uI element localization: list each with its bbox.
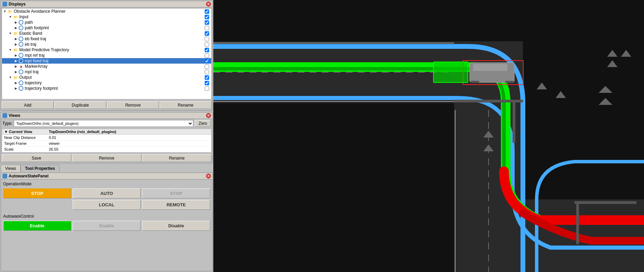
views-rename-button[interactable]: Rename bbox=[142, 154, 212, 162]
views-content: ▼ Current View TopDownOrtho (rviz_defaul… bbox=[2, 129, 212, 153]
tab-views[interactable]: Views bbox=[1, 165, 21, 172]
tree-item-mpt-ref-traj[interactable]: ▶ mpt ref traj bbox=[2, 53, 211, 58]
views-icon bbox=[2, 113, 7, 118]
arrow-trajectory: ▶ bbox=[14, 81, 18, 85]
tree-item-elastic-band[interactable]: ▼ 📁 Elastic Band bbox=[2, 31, 211, 36]
folder-icon-input: 📁 bbox=[13, 14, 18, 19]
local-button[interactable]: LOCAL bbox=[73, 200, 141, 210]
checkbox-mpt-fixed-traj[interactable] bbox=[205, 59, 209, 63]
svg-rect-3 bbox=[454, 199, 644, 272]
label-trajectory-footprint: trajectory footprint bbox=[24, 86, 205, 91]
current-view-label: ▼ Current View bbox=[4, 130, 49, 134]
globe-icon-path-footprint bbox=[19, 25, 23, 30]
views-title-bar: Views ✕ bbox=[1, 112, 212, 119]
arrow-trajectory-footprint: ▶ bbox=[14, 86, 18, 90]
views-section: Views ✕ Type: TopDownOrtho (rviz_default… bbox=[1, 112, 213, 163]
checkbox-elastic-band[interactable] bbox=[205, 31, 209, 36]
views-row-near-clip: Near Clip Distance 0.01 bbox=[2, 135, 211, 141]
arrow-mpt-traj: ▶ bbox=[14, 70, 18, 74]
label-mpt-fixed-traj: mpt fixed traj bbox=[24, 58, 205, 63]
displays-title: Displays bbox=[9, 2, 25, 7]
views-close-button[interactable]: ✕ bbox=[206, 113, 211, 118]
tree-item-path-footprint[interactable]: ▶ path footprint bbox=[2, 25, 211, 31]
tree-item-obstacle-avoidance-planner[interactable]: ▼ 📁 Obstacle Avoidance Planner bbox=[2, 9, 211, 14]
autoware-close-button[interactable]: ✕ bbox=[206, 174, 211, 178]
views-btn-bar: Save Remove Rename bbox=[1, 153, 212, 163]
autoware-icon bbox=[2, 174, 7, 178]
add-button[interactable]: Add bbox=[2, 101, 54, 109]
checkbox-eb-traj[interactable] bbox=[205, 42, 209, 47]
svg-rect-22 bbox=[575, 201, 636, 204]
enable-inactive-button[interactable]: Enable bbox=[73, 221, 141, 231]
checkbox-mpt-traj[interactable] bbox=[205, 70, 209, 74]
views-title: Views bbox=[9, 113, 20, 118]
label-path-footprint: path footprint bbox=[24, 25, 205, 30]
views-remove-button[interactable]: Remove bbox=[72, 154, 141, 162]
checkbox-path-footprint[interactable] bbox=[205, 26, 209, 30]
duplicate-button[interactable]: Duplicate bbox=[54, 101, 106, 109]
tree-item-path[interactable]: ▶ path bbox=[2, 20, 211, 25]
globe-icon-eb-fixed-traj bbox=[19, 36, 23, 41]
svg-rect-23 bbox=[576, 203, 579, 244]
views-toolbar: Type: TopDownOrtho (rviz_default_plugins… bbox=[1, 119, 212, 128]
enable-active-button[interactable]: Enable bbox=[3, 221, 71, 231]
checkbox-output[interactable] bbox=[205, 75, 209, 80]
arrow-mpt-fixed-traj: ▶ bbox=[14, 59, 18, 63]
stop-inactive-button[interactable]: STOP bbox=[142, 188, 210, 198]
checkbox-marker-array[interactable] bbox=[205, 64, 209, 69]
tree-item-model-predictive-trajectory[interactable]: ▼ 📁 Model Predictive Trajectory bbox=[2, 47, 211, 53]
tree-item-marker-array[interactable]: ▶ ◉ MarkerArray bbox=[2, 64, 211, 69]
arrow-mpt-ref-traj: ▶ bbox=[14, 53, 18, 57]
tree-item-eb-fixed-traj[interactable]: ▶ eb fixed traj bbox=[2, 36, 211, 42]
tabs-bar: Views Tool Properties bbox=[1, 165, 213, 172]
checkbox-eb-fixed-traj[interactable] bbox=[205, 37, 209, 41]
tree-item-mpt-traj[interactable]: ▶ mpt traj bbox=[2, 69, 211, 75]
checkbox-input[interactable] bbox=[205, 15, 209, 19]
globe-icon-mpt-ref-traj bbox=[19, 53, 23, 58]
tree-item-trajectory-footprint[interactable]: ▶ trajectory footprint bbox=[2, 86, 211, 91]
checkbox-mpt-ref-traj[interactable] bbox=[205, 53, 209, 58]
label-mpt-traj: mpt traj bbox=[24, 69, 205, 74]
views-row-scale: Scale 26.55 bbox=[2, 146, 211, 152]
label-path: path bbox=[24, 20, 205, 25]
globe-icon-path bbox=[19, 20, 23, 25]
scale-label: Scale bbox=[4, 147, 49, 151]
tree-item-trajectory[interactable]: ▶ trajectory bbox=[2, 80, 211, 86]
checkbox-path[interactable] bbox=[205, 20, 209, 25]
auto-button[interactable]: AUTO bbox=[73, 188, 141, 198]
arrow-eb-fixed-traj: ▶ bbox=[14, 37, 18, 41]
arrow-output: ▼ bbox=[8, 75, 12, 79]
tree-item-output[interactable]: ▼ 📁 Output bbox=[2, 75, 211, 80]
svg-rect-27 bbox=[505, 81, 514, 83]
rename-button[interactable]: Rename bbox=[160, 101, 212, 109]
globe-icon-mpt-traj bbox=[19, 69, 23, 74]
checkbox-model-predictive-trajectory[interactable] bbox=[205, 48, 209, 52]
displays-icon bbox=[2, 2, 7, 7]
displays-title-bar: Displays ✕ bbox=[1, 1, 212, 8]
checkbox-obstacle-avoidance-planner[interactable] bbox=[205, 9, 209, 14]
tree-item-eb-traj[interactable]: ▶ eb traj bbox=[2, 42, 211, 47]
marker-icon-marker-array: ◉ bbox=[19, 64, 23, 69]
arrow-input: ▼ bbox=[8, 15, 12, 19]
remove-button[interactable]: Remove bbox=[107, 101, 159, 109]
disable-button[interactable]: Disable bbox=[142, 221, 210, 231]
views-type-select[interactable]: TopDownOrtho (rviz_default_plugins) bbox=[14, 120, 193, 127]
displays-section: Displays ✕ ▼ 📁 Obstacle Avoidance Planne… bbox=[1, 1, 213, 111]
tree-item-mpt-fixed-traj[interactable]: ▶ mpt fixed traj bbox=[2, 58, 211, 64]
views-zero-button[interactable]: Zero bbox=[195, 120, 211, 127]
stop-button[interactable]: STOP bbox=[3, 188, 71, 198]
displays-close-button[interactable]: ✕ bbox=[206, 2, 211, 7]
tab-tool-properties[interactable]: Tool Properties bbox=[21, 165, 60, 172]
operation-mode-buttons: STOP AUTO STOP LOCAL REMOTE bbox=[3, 188, 210, 210]
views-save-button[interactable]: Save bbox=[2, 154, 71, 162]
control-buttons: Enable Enable Disable bbox=[3, 221, 210, 231]
near-clip-value: 0.01 bbox=[49, 135, 209, 140]
tree-item-input[interactable]: ▼ 📁 Input bbox=[2, 14, 211, 20]
folder-icon-obstacle-avoidance-planner: 📁 bbox=[8, 9, 12, 14]
checkbox-trajectory-footprint[interactable] bbox=[205, 86, 209, 91]
views-current-view-header: ▼ Current View TopDownOrtho (rviz_defaul… bbox=[2, 129, 211, 135]
checkbox-trajectory[interactable] bbox=[205, 81, 209, 85]
remote-button[interactable]: REMOTE bbox=[142, 200, 210, 210]
arrow-elastic-band: ▼ bbox=[8, 31, 12, 35]
views-type-label: Type: bbox=[2, 121, 12, 126]
